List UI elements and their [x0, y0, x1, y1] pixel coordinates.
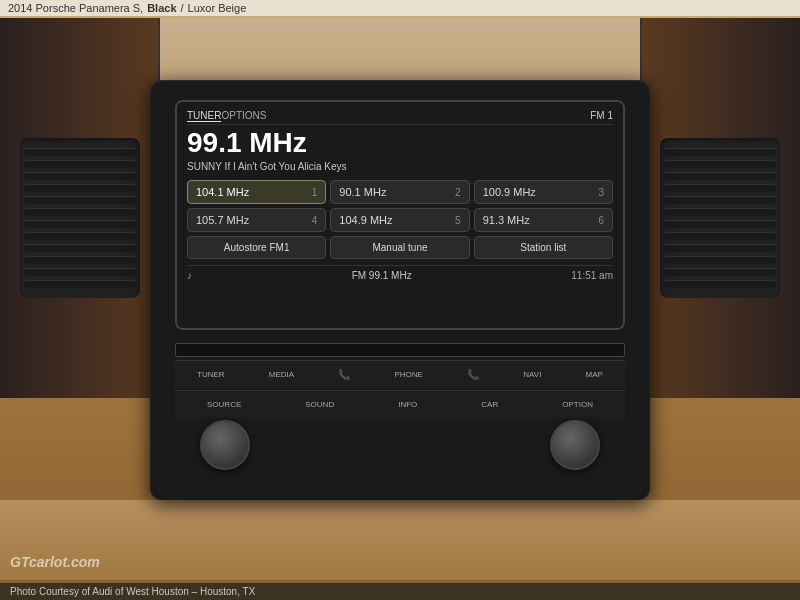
- preset-5[interactable]: 104.9 MHz 5: [330, 208, 469, 232]
- screen-bezel: TUNER OPTIONS FM 1 99.1 MHz SUNNY If I A…: [175, 100, 625, 330]
- preset-1[interactable]: 104.1 MHz 1: [187, 180, 326, 204]
- phone-button[interactable]: PHONE: [389, 368, 429, 381]
- vent-slat: [24, 244, 136, 252]
- current-station: FM 99.1 MHz: [352, 270, 412, 281]
- left-knob[interactable]: [200, 420, 250, 470]
- info-button[interactable]: INFO: [392, 398, 423, 411]
- preset-4-num: 4: [312, 215, 318, 226]
- screen-tab-bar: TUNER OPTIONS FM 1: [187, 110, 613, 125]
- vent-slat: [24, 220, 136, 228]
- preset-6-num: 6: [598, 215, 604, 226]
- photo-credit: Photo Courtesy of Audi of West Houston –…: [0, 583, 800, 600]
- tuner-button[interactable]: TUNER: [191, 368, 231, 381]
- action-row: Autostore FM1 Manual tune Station list: [187, 236, 613, 259]
- preset-6-freq: 91.3 MHz: [483, 214, 530, 226]
- fm-label: FM 1: [590, 110, 613, 122]
- physical-buttons-row2: SOURCE SOUND INFO CAR OPTION: [175, 390, 625, 418]
- preset-5-num: 5: [455, 215, 461, 226]
- source-button[interactable]: SOURCE: [201, 398, 247, 411]
- cd-slot: [175, 343, 625, 357]
- vent-slat: [664, 196, 776, 204]
- vent-slat: [24, 256, 136, 264]
- preset-2-num: 2: [455, 187, 461, 198]
- vent-slat: [664, 280, 776, 288]
- vent-slat: [664, 244, 776, 252]
- right-panel: [640, 18, 800, 398]
- vent-slat: [664, 184, 776, 192]
- preset-3[interactable]: 100.9 MHz 3: [474, 180, 613, 204]
- car-button[interactable]: CAR: [475, 398, 504, 411]
- left-panel: [0, 18, 160, 398]
- end-call-button[interactable]: 📞: [461, 367, 485, 382]
- vent-slat: [664, 160, 776, 168]
- tab-tuner[interactable]: TUNER: [187, 110, 221, 122]
- screen-bottom-bar: ♪ FM 99.1 MHz 11:51 am: [187, 265, 613, 281]
- preset-4[interactable]: 105.7 MHz 4: [187, 208, 326, 232]
- car-color: Black: [147, 2, 176, 14]
- preset-grid: 104.1 MHz 1 90.1 MHz 2 100.9 MHz 3 105.7…: [187, 180, 613, 232]
- top-info-bar: 2014 Porsche Panamera S, Black / Luxor B…: [0, 0, 800, 16]
- preset-1-num: 1: [312, 187, 318, 198]
- music-icon: ♪: [187, 270, 192, 281]
- preset-3-num: 3: [598, 187, 604, 198]
- option-button[interactable]: OPTION: [556, 398, 599, 411]
- vent-slat: [664, 256, 776, 264]
- separator: /: [181, 2, 184, 14]
- preset-2[interactable]: 90.1 MHz 2: [330, 180, 469, 204]
- vent-slat: [664, 172, 776, 180]
- vent-slat: [24, 196, 136, 204]
- vent-slat: [24, 280, 136, 288]
- map-button[interactable]: MAP: [580, 368, 609, 381]
- navi-button[interactable]: NAVI: [517, 368, 547, 381]
- car-interior: Luxor Beige: [188, 2, 247, 14]
- right-vent: [660, 138, 780, 298]
- right-knob[interactable]: [550, 420, 600, 470]
- station-info: SUNNY If I Ain't Got You Alicia Keys: [187, 161, 613, 172]
- vent-slat: [664, 220, 776, 228]
- clock-display: 11:51 am: [571, 270, 613, 281]
- vent-slat: [24, 208, 136, 216]
- vent-slat: [24, 160, 136, 168]
- preset-2-freq: 90.1 MHz: [339, 186, 386, 198]
- left-vent: [20, 138, 140, 298]
- manual-tune-button[interactable]: Manual tune: [330, 236, 469, 259]
- autostore-button[interactable]: Autostore FM1: [187, 236, 326, 259]
- vent-slat: [24, 184, 136, 192]
- station-list-button[interactable]: Station list: [474, 236, 613, 259]
- watermark: GTcarlot.com: [10, 554, 100, 570]
- leather-bottom: [0, 500, 800, 580]
- call-button[interactable]: 📞: [332, 367, 356, 382]
- vent-slat: [24, 172, 136, 180]
- vent-slat: [24, 232, 136, 240]
- frequency-display: 99.1 MHz: [187, 127, 613, 159]
- preset-3-freq: 100.9 MHz: [483, 186, 536, 198]
- preset-4-freq: 105.7 MHz: [196, 214, 249, 226]
- preset-6[interactable]: 91.3 MHz 6: [474, 208, 613, 232]
- preset-5-freq: 104.9 MHz: [339, 214, 392, 226]
- media-button[interactable]: MEDIA: [263, 368, 300, 381]
- infotainment-screen: TUNER OPTIONS FM 1 99.1 MHz SUNNY If I A…: [177, 102, 623, 328]
- vent-slat: [664, 148, 776, 156]
- car-title: 2014 Porsche Panamera S,: [8, 2, 143, 14]
- sound-button[interactable]: SOUND: [299, 398, 340, 411]
- vent-slat: [664, 268, 776, 276]
- vent-slat: [24, 268, 136, 276]
- tab-options[interactable]: OPTIONS: [221, 110, 266, 122]
- photo-credit-text: Photo Courtesy of Audi of West Houston –…: [10, 586, 255, 597]
- vent-slat: [664, 232, 776, 240]
- physical-buttons-row1: TUNER MEDIA 📞 PHONE 📞 NAVI MAP: [175, 360, 625, 388]
- vent-slat: [24, 148, 136, 156]
- vent-slat: [664, 208, 776, 216]
- preset-1-freq: 104.1 MHz: [196, 186, 249, 198]
